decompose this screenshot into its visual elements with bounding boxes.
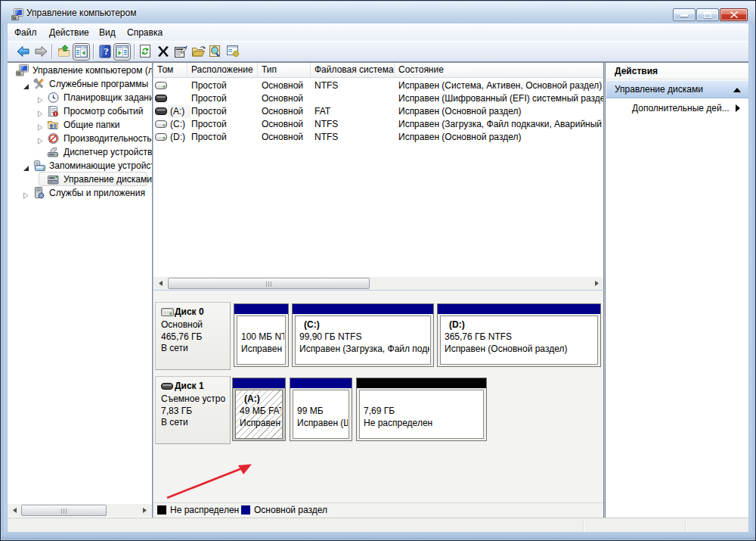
open-button[interactable] [191, 45, 205, 58]
scroll-right-arrow[interactable] [590, 277, 603, 290]
disk1-label-box[interactable]: Диск 1 Съемное устро 7,83 ГБ В сети [155, 376, 231, 444]
device-manager-icon [47, 146, 60, 158]
tree-item-services[interactable]: Службы и приложения [9, 186, 151, 200]
menu-help[interactable]: Справка [127, 26, 163, 39]
partition-size: 7,69 ГБ [364, 406, 482, 416]
titlebar[interactable]: Управление компьютером [2, 2, 755, 23]
scrollbar-thumb[interactable] [168, 278, 370, 289]
menu-file[interactable]: Файл [14, 26, 37, 39]
volume-list-horizontal-scrollbar[interactable] [153, 277, 604, 290]
tree-item-task-scheduler[interactable]: Планировщик заданий [9, 91, 151, 104]
scroll-left-arrow[interactable] [8, 504, 21, 517]
cell-filesystem: NTFS [311, 131, 395, 144]
menu-action[interactable]: Действие [49, 26, 89, 39]
cell-type: Основной [258, 105, 311, 118]
scroll-right-arrow[interactable] [138, 504, 151, 517]
disk-volume-dark-icon [155, 107, 168, 116]
disk-volume-dark-icon [155, 94, 168, 103]
window-title: Управление компьютером [26, 7, 136, 19]
disk0-partition-system[interactable]: 100 МБ NTF Исправен ( [234, 303, 289, 367]
collapsed-icon[interactable] [23, 189, 29, 196]
column-header-location[interactable]: Расположение [187, 63, 258, 77]
tree-item-computer-management[interactable]: Управление компьютером (л [9, 64, 151, 77]
collapse-icon[interactable] [733, 88, 741, 92]
tree-item-event-viewer[interactable]: Просмотр событий [9, 104, 151, 118]
find-button[interactable] [209, 45, 222, 58]
properties-icon [174, 45, 188, 58]
column-header-type[interactable]: Тип [258, 63, 311, 77]
forward-button[interactable] [34, 45, 48, 58]
collapsed-icon[interactable] [37, 121, 44, 128]
toolbar-separator [93, 44, 94, 59]
partition-size: 100 МБ NTF [241, 331, 284, 342]
task-scheduler-icon [47, 92, 60, 104]
tree-item-shared-folders[interactable]: Общие папки [9, 118, 151, 132]
console-tree-toggle-button[interactable] [73, 43, 90, 61]
customize-button[interactable] [226, 45, 240, 58]
tree-item-disk-management[interactable]: Управление дисками [9, 173, 151, 186]
disk0-partition-c[interactable]: (C:) 99,90 ГБ NTFS Исправен (Загрузка, Ф… [292, 303, 434, 367]
close-button[interactable] [720, 8, 748, 21]
performance-icon [47, 132, 60, 145]
disk1-partition-2[interactable]: 99 МБ Исправен (Ш [290, 378, 352, 441]
cell-status: Исправен (Основной раздел) [395, 105, 604, 118]
scrollbar-thumb[interactable] [21, 505, 107, 516]
partition-body: 99 МБ Исправен (Ш [293, 390, 349, 439]
tree-item-performance[interactable]: Производительность [9, 132, 151, 145]
partition-letter: (A:) [244, 393, 281, 404]
refresh-button[interactable] [138, 45, 152, 58]
actions-group-disk-management[interactable]: Управление дисками [606, 80, 750, 98]
volume-row[interactable]: Простой Основной Исправен (Шифрованный (… [153, 92, 603, 105]
properties-button[interactable] [174, 45, 187, 58]
partition-status: Исправен (Ш [297, 418, 348, 428]
disk-drive-icon [161, 308, 174, 316]
cell-filesystem: NTFS [311, 118, 395, 131]
action-pane-toggle-button[interactable] [113, 43, 131, 61]
volume-row-d[interactable]: (D:) Простой Основной NTFS Исправен (Осн… [153, 131, 603, 144]
column-header-filesystem[interactable]: Файловая система [311, 63, 395, 77]
menu-view[interactable]: Вид [99, 26, 116, 39]
tree-item-system-tools[interactable]: Служебные программы [9, 77, 151, 91]
up-one-level-button[interactable] [57, 45, 71, 58]
computer-management-icon [11, 8, 23, 20]
volume-row-c[interactable]: (C:) Простой Основной NTFS Исправен (Заг… [153, 118, 603, 131]
disk0-name: Диск 0 [175, 306, 204, 317]
minimize-button[interactable] [673, 8, 696, 21]
computer-management-window: Управление компьютером Файл Действие Вид… [0, 0, 756, 541]
disk1-partition-unallocated[interactable]: 7,69 ГБ Не распределен [356, 378, 487, 441]
tree-item-label: Служебные программы [49, 77, 148, 91]
disk1-partition-a[interactable]: (A:) 49 МБ FAT Исправен [232, 378, 286, 441]
collapsed-icon[interactable] [37, 94, 44, 101]
cell-volume: (A:) [168, 105, 189, 118]
column-header-status[interactable]: Состояние [395, 63, 604, 77]
volume-row[interactable]: Простой Основной NTFS Исправен (Система,… [153, 79, 603, 92]
disk0-partition-d[interactable]: (D:) 365,76 ГБ NTFS Исправен (Основной р… [437, 303, 601, 367]
cell-filesystem [311, 92, 395, 105]
volume-list-header: Том Расположение Тип Файловая система Со… [153, 63, 603, 78]
tools-icon [33, 78, 45, 90]
refresh-icon [138, 45, 152, 58]
collapsed-icon[interactable] [37, 135, 44, 141]
tree-item-storage[interactable]: Запоминающие устройст [9, 159, 151, 173]
scroll-left-arrow[interactable] [154, 277, 167, 290]
tree-horizontal-scrollbar[interactable] [8, 504, 152, 517]
collapsed-icon[interactable] [37, 107, 44, 114]
partition-status: Исправен ( [241, 344, 284, 354]
find-icon [209, 45, 223, 58]
help-button[interactable]: ? [98, 45, 112, 58]
expanded-icon[interactable] [23, 162, 29, 169]
expanded-icon[interactable] [23, 80, 29, 87]
back-button[interactable] [17, 45, 30, 58]
customize-icon [226, 45, 240, 58]
column-header-volume[interactable]: Том [153, 63, 187, 77]
disk0-label-box[interactable]: Диск 0 Основной 465,76 ГБ В сети [155, 302, 231, 370]
tree-item-device-manager[interactable]: Диспетчер устройств [9, 145, 151, 159]
partition-body: 100 МБ NTF Исправен ( [237, 316, 286, 365]
maximize-button[interactable] [696, 8, 719, 21]
volume-row-a[interactable]: (A:) Простой Основной FAT Исправен (Осно… [153, 105, 603, 118]
delete-button[interactable] [156, 45, 170, 58]
actions-item-more[interactable]: Дополнительные дей... [606, 100, 750, 117]
partition-letter: (C:) [304, 319, 429, 330]
disk-volume-icon [155, 132, 168, 141]
disk0-status: В сети [161, 343, 230, 353]
